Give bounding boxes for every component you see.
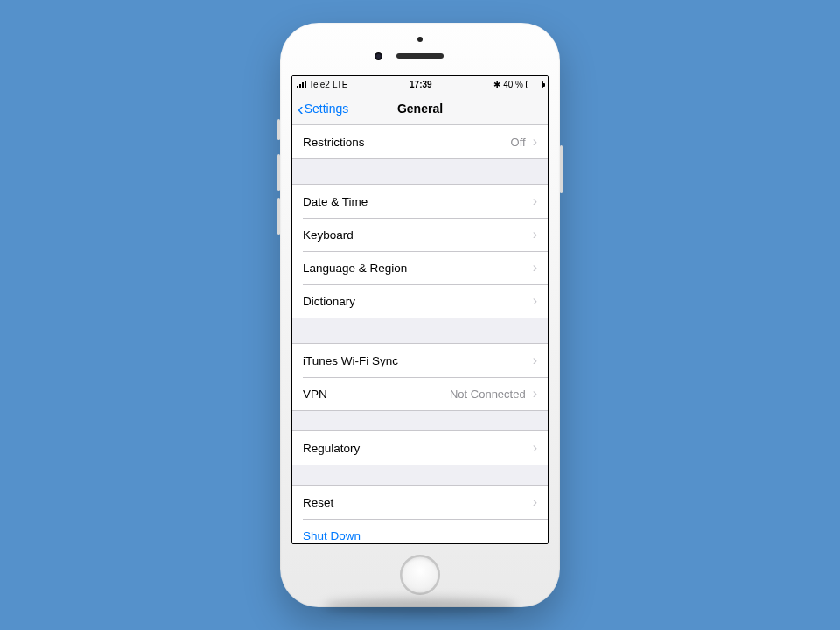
group-separator [292, 466, 548, 485]
row-regulatory[interactable]: Regulatory› [292, 431, 548, 465]
row-date-time[interactable]: Date & Time› [292, 185, 548, 218]
proximity-sensor [417, 37, 423, 42]
group-separator [292, 159, 548, 184]
settings-group: iTunes Wi-Fi Sync›VPNNot Connected› [292, 343, 548, 411]
row-itunes-wi-fi-sync[interactable]: iTunes Wi-Fi Sync› [292, 344, 548, 377]
chevron-right-icon: › [533, 194, 537, 208]
row-label: Language & Region [303, 262, 526, 275]
signal-strength-icon [297, 80, 306, 88]
battery-icon [526, 80, 543, 88]
row-keyboard[interactable]: Keyboard› [292, 218, 548, 251]
row-label: VPN [303, 388, 450, 401]
chevron-right-icon: › [533, 261, 537, 275]
chevron-right-icon: › [533, 441, 537, 455]
power-button [560, 145, 563, 192]
chevron-right-icon: › [533, 495, 537, 509]
row-vpn[interactable]: VPNNot Connected› [292, 377, 548, 410]
row-label: Regulatory [303, 442, 526, 455]
row-language-region[interactable]: Language & Region› [292, 251, 548, 284]
earpiece-speaker [396, 53, 444, 59]
status-bar: Tele2 LTE 17:39 ✱ 40 % [292, 76, 548, 92]
home-button[interactable] [400, 555, 440, 595]
settings-list[interactable]: RestrictionsOff›Date & Time›Keyboard›Lan… [292, 125, 548, 543]
row-label: Date & Time [303, 195, 526, 208]
row-dictionary[interactable]: Dictionary› [292, 284, 548, 318]
network-label: LTE [332, 80, 348, 89]
battery-percent: 40 % [503, 80, 523, 89]
chevron-right-icon: › [533, 387, 537, 401]
chevron-right-icon: › [533, 354, 537, 368]
chevron-right-icon: › [533, 135, 537, 149]
row-restrictions[interactable]: RestrictionsOff› [292, 125, 548, 158]
carrier-label: Tele2 [309, 80, 330, 89]
group-separator [292, 318, 548, 343]
row-value: Off [511, 136, 526, 149]
chevron-right-icon: › [533, 294, 537, 308]
volume-up-button [277, 154, 280, 191]
row-value: Not Connected [450, 388, 526, 401]
row-label: Shut Down [303, 529, 537, 542]
chevron-left-icon: ‹ [298, 100, 304, 117]
group-separator [292, 411, 548, 430]
back-button[interactable]: ‹ Settings [298, 100, 348, 117]
volume-down-button [277, 198, 280, 234]
chevron-right-icon: › [533, 228, 537, 242]
row-label: Restrictions [303, 136, 511, 149]
mute-switch [277, 119, 280, 140]
settings-group: Reset›Shut Down [292, 485, 548, 543]
back-label: Settings [304, 102, 349, 116]
settings-group: Regulatory› [292, 430, 548, 466]
row-label: iTunes Wi-Fi Sync [303, 354, 526, 368]
row-shut-down[interactable]: Shut Down [292, 519, 548, 543]
nav-bar: ‹ Settings General [292, 92, 548, 125]
row-label: Reset [303, 496, 526, 509]
clock: 17:39 [410, 80, 432, 89]
settings-group: Date & Time›Keyboard›Language & Region›D… [292, 184, 548, 318]
row-label: Dictionary [303, 295, 526, 308]
phone-frame: Tele2 LTE 17:39 ✱ 40 % ‹ Settings Genera… [280, 23, 560, 607]
screen: Tele2 LTE 17:39 ✱ 40 % ‹ Settings Genera… [291, 75, 549, 544]
row-reset[interactable]: Reset› [292, 486, 548, 519]
row-label: Keyboard [303, 228, 526, 242]
settings-group: RestrictionsOff› [292, 125, 548, 159]
bluetooth-icon: ✱ [494, 80, 500, 89]
front-camera [374, 52, 382, 60]
